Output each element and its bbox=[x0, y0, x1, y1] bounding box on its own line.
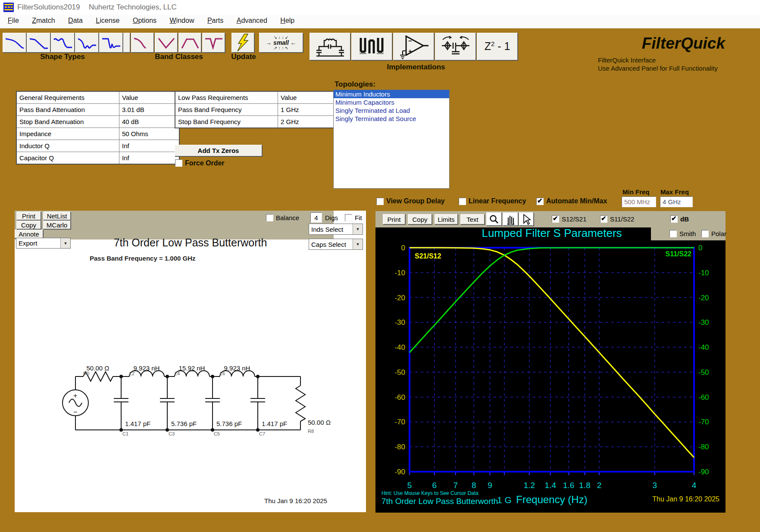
shape-type-button-blank[interactable] bbox=[123, 33, 130, 53]
svg-text:+: + bbox=[73, 392, 77, 399]
plot-hint: Hint: Use Mouse Keys to See Cursor Data bbox=[382, 490, 479, 496]
shape-type-button-3[interactable] bbox=[51, 33, 75, 53]
topology-item[interactable]: Minimum Capacitors bbox=[334, 98, 449, 106]
component-value: 5.736 pF bbox=[171, 420, 197, 427]
band-class-button-bandstop[interactable] bbox=[202, 33, 225, 53]
menu-parts[interactable]: Parts bbox=[202, 15, 229, 25]
automate-minmax-label: Automate Min/Max bbox=[546, 197, 607, 205]
pan-tool-button[interactable] bbox=[503, 212, 518, 226]
component-ref: C7 bbox=[259, 431, 265, 436]
header-cell: Low Pass Requirements bbox=[175, 91, 278, 104]
table-row[interactable]: Capacitor QInf bbox=[16, 152, 179, 165]
menu-data[interactable]: Data bbox=[63, 15, 88, 25]
small-label: → small ← bbox=[266, 40, 297, 46]
lumped-circuit-icon bbox=[313, 34, 347, 59]
component-ref: L4 bbox=[175, 371, 180, 376]
shape-type-button-4[interactable] bbox=[75, 33, 99, 53]
inds-select-dropdown[interactable]: Inds Select ▼ bbox=[309, 224, 363, 235]
band-classes-label: Band Classes bbox=[134, 53, 224, 61]
netlist-button[interactable]: NetList bbox=[43, 212, 71, 220]
svg-text:-60: -60 bbox=[698, 393, 709, 401]
topology-item[interactable]: Singly Terminated at Load bbox=[334, 106, 449, 115]
resistor-r8 bbox=[296, 386, 305, 421]
implementation-distributed-button[interactable] bbox=[351, 33, 392, 60]
plot-panel: 00-10-10-20-20-30-30-40-40-50-50-60-60-7… bbox=[375, 211, 726, 513]
db-checkbox[interactable] bbox=[670, 215, 678, 223]
band-class-button-highpass[interactable] bbox=[155, 33, 178, 53]
topology-item[interactable]: Minimum Inductors bbox=[334, 90, 449, 98]
svg-text:-90: -90 bbox=[698, 468, 709, 476]
automate-minmax-checkbox[interactable] bbox=[536, 198, 544, 205]
table-row[interactable]: Pass Band Attenuation3.01 dB bbox=[16, 104, 179, 116]
shape-type-button-2[interactable] bbox=[27, 33, 50, 53]
force-order-label: Force Order bbox=[185, 159, 225, 167]
svg-text:1.8: 1.8 bbox=[579, 481, 590, 490]
schematic-print-button[interactable]: Print bbox=[16, 212, 41, 220]
menu-window[interactable]: Window bbox=[164, 15, 200, 25]
band-class-button-bandpass[interactable] bbox=[178, 33, 201, 53]
table-row[interactable]: Impedance50 Ohms bbox=[16, 128, 179, 140]
plot-copy-button[interactable]: Copy bbox=[408, 214, 432, 224]
mcarlo-button[interactable]: MCarlo bbox=[43, 221, 71, 229]
s12s21-label: S12/S21 bbox=[562, 215, 587, 223]
table-row[interactable]: Pass Band Frequency1 GHz bbox=[175, 104, 338, 116]
svg-text:Frequency (Hz): Frequency (Hz) bbox=[516, 494, 587, 505]
brand-line1: FilterQuick Interface bbox=[598, 56, 656, 64]
implementation-switched-cap-button[interactable] bbox=[435, 33, 476, 60]
table-row[interactable]: Stop Band Attenuation40 dB bbox=[16, 116, 179, 128]
add-tx-zeros-button[interactable]: Add Tx Zeros bbox=[175, 145, 262, 156]
fit-checkbox[interactable] bbox=[345, 214, 352, 221]
shape-type-button-5[interactable] bbox=[99, 33, 123, 53]
table-header-row: General Requirements Value bbox=[16, 91, 179, 104]
plot-footer-title: 7th Order Low Pass Butterworth bbox=[382, 497, 498, 506]
max-freq-input[interactable]: 4 GHz bbox=[660, 196, 693, 207]
svg-text:-40: -40 bbox=[698, 343, 709, 352]
linear-frequency-label: Linear Frequency bbox=[469, 197, 526, 205]
lowpass-requirements-table: Low Pass Requirements Value Pass Band Fr… bbox=[175, 91, 338, 128]
s11s22-checkbox[interactable] bbox=[600, 215, 607, 223]
svg-text:-10: -10 bbox=[698, 269, 709, 277]
zoom-tool-button[interactable] bbox=[486, 212, 502, 226]
menu-options[interactable]: Options bbox=[127, 15, 162, 25]
svg-text:-90: -90 bbox=[394, 468, 405, 476]
view-group-delay-checkbox[interactable] bbox=[376, 198, 384, 205]
balance-checkbox[interactable] bbox=[266, 214, 273, 221]
small-view-button[interactable]: ↘ ↓ ↓ ↙ → small ← ↗ ↑ ↑ ↖ bbox=[259, 33, 303, 53]
implementations-label: Implementations bbox=[371, 63, 461, 72]
polar-checkbox[interactable] bbox=[701, 230, 709, 237]
menu-help[interactable]: Help bbox=[275, 15, 300, 25]
s12s21-checkbox[interactable] bbox=[552, 215, 559, 223]
implementation-digital-button[interactable]: Z2 - 1 bbox=[477, 33, 518, 60]
menu-zmatch[interactable]: Zmatch bbox=[26, 15, 60, 25]
topology-item[interactable]: Singly Terminated at Source bbox=[334, 115, 449, 123]
implementation-active-button[interactable]: − + bbox=[393, 33, 434, 60]
shape-type-button-1[interactable] bbox=[3, 33, 26, 53]
svg-text:1 G: 1 G bbox=[497, 495, 512, 505]
svg-text:1.2: 1.2 bbox=[524, 481, 535, 490]
app-icon bbox=[3, 3, 14, 12]
select-tool-button[interactable] bbox=[519, 212, 534, 226]
band-class-button-lowpass[interactable] bbox=[131, 33, 154, 53]
chevron-down-icon[interactable]: ▼ bbox=[353, 224, 363, 234]
linear-frequency-checkbox[interactable] bbox=[459, 198, 466, 205]
limits-button[interactable]: Limits bbox=[435, 214, 458, 224]
shape-types-label: Shape Types bbox=[17, 53, 108, 61]
header-cell: Value bbox=[278, 91, 338, 104]
digs-input[interactable]: 4 bbox=[310, 212, 322, 223]
text-button[interactable]: Text bbox=[460, 214, 485, 224]
schematic-copy-button[interactable]: Copy bbox=[16, 221, 41, 229]
menu-advanced[interactable]: Advanced bbox=[231, 15, 273, 25]
min-freq-input[interactable]: 500 MHz bbox=[622, 196, 656, 207]
menu-license[interactable]: License bbox=[90, 15, 125, 25]
plot-print-button[interactable]: Print bbox=[383, 214, 405, 224]
db-label: dB bbox=[680, 215, 689, 223]
table-row[interactable]: Stop Band Frequency2 GHz bbox=[175, 116, 338, 128]
implementation-lumped-button[interactable] bbox=[310, 33, 350, 60]
cursor-arrow-icon bbox=[522, 214, 531, 225]
table-row[interactable]: Inductor QInf bbox=[16, 140, 179, 152]
update-button[interactable] bbox=[231, 33, 254, 53]
force-order-checkbox[interactable] bbox=[175, 159, 182, 167]
smith-checkbox[interactable] bbox=[669, 230, 677, 237]
component-ref: L6 bbox=[220, 371, 225, 376]
menu-file[interactable]: File bbox=[2, 15, 25, 25]
